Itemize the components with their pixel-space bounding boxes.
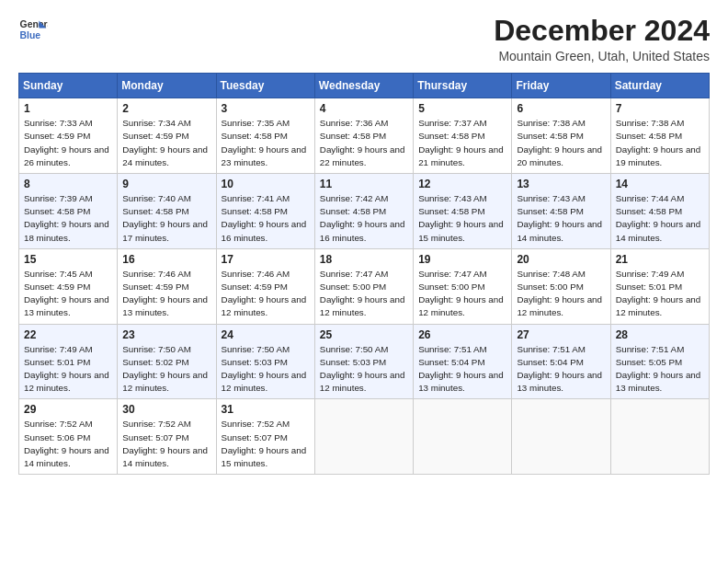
day-info: Sunrise: 7:47 AM Sunset: 5:00 PM Dayligh… (418, 268, 506, 320)
sunrise-text: Sunrise: 7:52 AM (122, 419, 191, 429)
day-number: 5 (418, 102, 506, 115)
sunset-text: Sunset: 4:59 PM (122, 282, 188, 292)
day-number: 24 (222, 328, 310, 341)
day-number: 10 (222, 178, 310, 190)
daylight-text: Daylight: 9 hours and 13 minutes. (517, 370, 602, 393)
daylight-text: Daylight: 9 hours and 18 minutes. (24, 219, 109, 242)
day-info: Sunrise: 7:35 AM Sunset: 4:58 PM Dayligh… (222, 117, 310, 169)
day-info: Sunrise: 7:37 AM Sunset: 4:58 PM Dayligh… (418, 117, 506, 169)
day-info: Sunrise: 7:45 AM Sunset: 4:59 PM Dayligh… (24, 268, 112, 320)
sunset-text: Sunset: 5:01 PM (616, 282, 682, 292)
daylight-text: Daylight: 9 hours and 15 minutes. (418, 219, 504, 242)
sunset-text: Sunset: 4:58 PM (222, 206, 288, 216)
sunset-text: Sunset: 4:58 PM (24, 206, 90, 216)
sunrise-text: Sunrise: 7:49 AM (616, 269, 685, 279)
day-number: 4 (320, 102, 408, 115)
day-number: 16 (122, 253, 210, 266)
sunset-text: Sunset: 4:58 PM (418, 206, 484, 216)
calendar-cell: 18 Sunrise: 7:47 AM Sunset: 5:00 PM Dayl… (314, 248, 413, 324)
day-number: 18 (320, 253, 408, 266)
calendar-cell: 29 Sunrise: 7:52 AM Sunset: 5:06 PM Dayl… (19, 399, 118, 475)
calendar-cell: 13 Sunrise: 7:43 AM Sunset: 4:58 PM Dayl… (512, 174, 610, 249)
daylight-text: Daylight: 9 hours and 12 minutes. (222, 370, 307, 393)
sunrise-text: Sunrise: 7:46 AM (122, 269, 191, 279)
day-number: 8 (24, 178, 112, 190)
daylight-text: Daylight: 9 hours and 26 minutes. (24, 144, 109, 167)
weekday-header-saturday: Saturday (610, 74, 709, 98)
sunset-text: Sunset: 4:58 PM (122, 206, 188, 216)
day-info: Sunrise: 7:47 AM Sunset: 5:00 PM Dayligh… (320, 268, 408, 320)
daylight-text: Daylight: 9 hours and 12 minutes. (320, 370, 405, 393)
logo: General Blue (18, 15, 48, 44)
sunset-text: Sunset: 4:59 PM (24, 282, 90, 292)
day-info: Sunrise: 7:33 AM Sunset: 4:59 PM Dayligh… (24, 117, 112, 169)
daylight-text: Daylight: 9 hours and 13 minutes. (418, 370, 504, 393)
sunrise-text: Sunrise: 7:46 AM (222, 269, 290, 279)
calendar-cell (314, 399, 413, 475)
location-subtitle: Mountain Green, Utah, United States (494, 49, 710, 63)
day-info: Sunrise: 7:50 AM Sunset: 5:02 PM Dayligh… (122, 343, 210, 396)
title-area: December 2024 Mountain Green, Utah, Unit… (494, 15, 710, 63)
sunrise-text: Sunrise: 7:51 AM (616, 344, 685, 354)
sunrise-text: Sunrise: 7:36 AM (320, 118, 389, 128)
calendar-cell: 16 Sunrise: 7:46 AM Sunset: 4:59 PM Dayl… (118, 248, 216, 324)
sunset-text: Sunset: 5:01 PM (24, 357, 90, 367)
daylight-text: Daylight: 9 hours and 13 minutes. (24, 294, 109, 317)
sunrise-text: Sunrise: 7:38 AM (517, 118, 586, 128)
calendar-table: SundayMondayTuesdayWednesdayThursdayFrid… (18, 73, 710, 475)
daylight-text: Daylight: 9 hours and 15 minutes. (222, 445, 307, 468)
sunrise-text: Sunrise: 7:41 AM (222, 193, 290, 203)
svg-text:General: General (20, 19, 48, 29)
day-info: Sunrise: 7:38 AM Sunset: 4:58 PM Dayligh… (616, 117, 704, 169)
sunrise-text: Sunrise: 7:50 AM (122, 344, 191, 354)
sunset-text: Sunset: 4:58 PM (517, 131, 583, 141)
sunset-text: Sunset: 5:03 PM (222, 357, 288, 367)
weekday-header-row: SundayMondayTuesdayWednesdayThursdayFrid… (19, 74, 710, 98)
sunrise-text: Sunrise: 7:44 AM (616, 193, 685, 203)
day-info: Sunrise: 7:39 AM Sunset: 4:58 PM Dayligh… (24, 192, 112, 245)
day-number: 27 (517, 328, 605, 341)
calendar-week-1: 1 Sunrise: 7:33 AM Sunset: 4:59 PM Dayli… (19, 98, 710, 174)
day-info: Sunrise: 7:46 AM Sunset: 4:59 PM Dayligh… (122, 268, 210, 320)
sunset-text: Sunset: 4:58 PM (320, 131, 386, 141)
day-number: 22 (24, 328, 112, 341)
calendar-cell: 19 Sunrise: 7:47 AM Sunset: 5:00 PM Dayl… (414, 248, 512, 324)
day-number: 6 (517, 102, 605, 115)
day-info: Sunrise: 7:38 AM Sunset: 4:58 PM Dayligh… (517, 117, 605, 169)
daylight-text: Daylight: 9 hours and 21 minutes. (418, 144, 504, 167)
weekday-header-tuesday: Tuesday (216, 74, 314, 98)
day-info: Sunrise: 7:40 AM Sunset: 4:58 PM Dayligh… (122, 192, 210, 245)
sunrise-text: Sunrise: 7:47 AM (320, 269, 389, 279)
calendar-cell: 25 Sunrise: 7:50 AM Sunset: 5:03 PM Dayl… (314, 324, 413, 399)
sunset-text: Sunset: 4:58 PM (517, 206, 583, 216)
day-info: Sunrise: 7:49 AM Sunset: 5:01 PM Dayligh… (616, 268, 704, 320)
daylight-text: Daylight: 9 hours and 12 minutes. (517, 294, 602, 317)
daylight-text: Daylight: 9 hours and 14 minutes. (122, 445, 208, 468)
svg-text:Blue: Blue (20, 30, 41, 40)
day-number: 3 (222, 102, 310, 115)
sunset-text: Sunset: 5:00 PM (320, 282, 386, 292)
daylight-text: Daylight: 9 hours and 12 minutes. (24, 370, 109, 393)
day-number: 12 (418, 178, 506, 190)
weekday-header-thursday: Thursday (414, 74, 512, 98)
calendar-cell: 10 Sunrise: 7:41 AM Sunset: 4:58 PM Dayl… (216, 174, 314, 249)
sunrise-text: Sunrise: 7:51 AM (517, 344, 586, 354)
daylight-text: Daylight: 9 hours and 12 minutes. (122, 370, 208, 393)
calendar-cell: 3 Sunrise: 7:35 AM Sunset: 4:58 PM Dayli… (216, 98, 314, 174)
calendar-cell: 28 Sunrise: 7:51 AM Sunset: 5:05 PM Dayl… (610, 324, 709, 399)
sunset-text: Sunset: 5:04 PM (418, 357, 484, 367)
day-number: 2 (122, 102, 210, 115)
day-info: Sunrise: 7:36 AM Sunset: 4:58 PM Dayligh… (320, 117, 408, 169)
daylight-text: Daylight: 9 hours and 12 minutes. (222, 294, 307, 317)
calendar-cell: 8 Sunrise: 7:39 AM Sunset: 4:58 PM Dayli… (19, 174, 118, 249)
calendar-cell: 11 Sunrise: 7:42 AM Sunset: 4:58 PM Dayl… (314, 174, 413, 249)
calendar-cell: 15 Sunrise: 7:45 AM Sunset: 4:59 PM Dayl… (19, 248, 118, 324)
calendar-cell: 20 Sunrise: 7:48 AM Sunset: 5:00 PM Dayl… (512, 248, 610, 324)
day-number: 26 (418, 328, 506, 341)
day-number: 23 (122, 328, 210, 341)
calendar-cell: 23 Sunrise: 7:50 AM Sunset: 5:02 PM Dayl… (118, 324, 216, 399)
header: General Blue December 2024 Mountain Gree… (18, 15, 710, 63)
sunrise-text: Sunrise: 7:40 AM (122, 193, 191, 203)
sunrise-text: Sunrise: 7:38 AM (616, 118, 685, 128)
day-number: 30 (122, 403, 210, 416)
